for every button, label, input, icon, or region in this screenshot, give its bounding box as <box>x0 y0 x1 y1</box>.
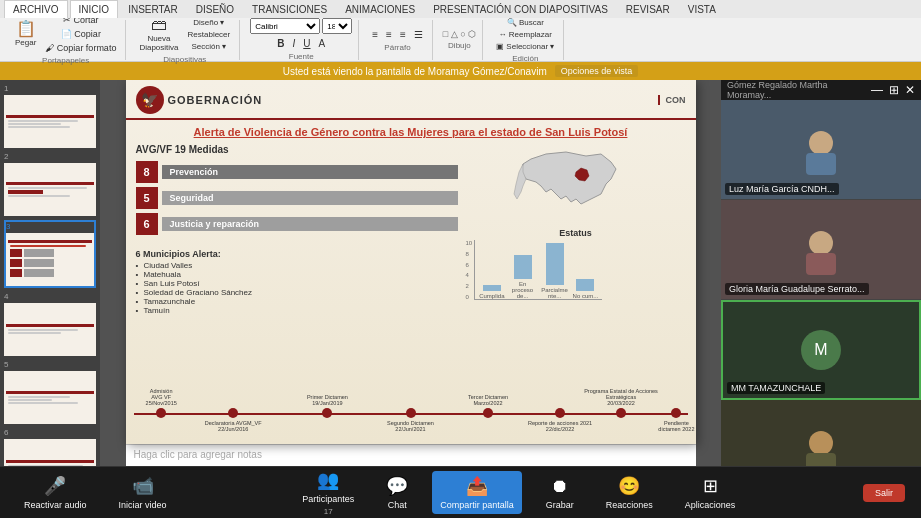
font-size-select[interactable]: 18 <box>322 18 352 34</box>
btn-record[interactable]: ⏺ Grabar <box>538 472 582 514</box>
record-icon: ⏺ <box>551 476 569 497</box>
record-label: Grabar <box>546 500 574 510</box>
btn-apps[interactable]: ⊞ Aplicaciones <box>677 471 744 514</box>
btn-participants[interactable]: 👥 Participantes 17 <box>294 465 362 518</box>
btn-font-color[interactable]: A <box>316 37 329 50</box>
tab-animaciones[interactable]: ANIMACIONES <box>337 0 423 18</box>
btn-copiar[interactable]: 📄 Copiar <box>42 28 119 40</box>
video-panel: Gómez Regalado Martha Moramay... — ⊞ ✕ L… <box>721 80 921 466</box>
panel-grid-btn[interactable]: ⊞ <box>889 83 899 97</box>
btn-seleccionar[interactable]: ▣ Seleccionar ▾ <box>493 41 557 52</box>
ribbon-group-edicion: 🔍 Buscar ↔ Reemplazar ▣ Seleccionar ▾ Ed… <box>487 20 564 60</box>
btn-diseno[interactable]: Diseño ▾ <box>185 17 234 28</box>
btn-reemplazar[interactable]: ↔ Reemplazar <box>493 29 557 40</box>
measure-num-2: 5 <box>136 187 158 209</box>
toolbar-right: Salir <box>863 484 905 502</box>
slide-title[interactable]: Alerta de Violencia de Género contra las… <box>126 120 696 140</box>
notification-text: Usted está viendo la pantalla de Moramay… <box>283 66 547 77</box>
btn-restablecer[interactable]: Restablecer <box>185 29 234 40</box>
measure-bar-3: 6 Justicia y reparación <box>136 213 458 235</box>
municipality-4: Soledad de Graciano Sánchez <box>136 288 458 297</box>
btn-share[interactable]: 📤 Compartir pantalla <box>432 471 522 514</box>
tab-revisar[interactable]: REVISAR <box>618 0 678 18</box>
participant-video-2: Gloria María Guadalupe Serrato... <box>721 200 921 300</box>
slide-notes[interactable]: Haga clic para agregar notas <box>126 444 696 466</box>
participant-video-3: M MM TAMAZUNCHALE <box>721 300 921 400</box>
btn-copiar-formato[interactable]: 🖌 Copiar formato <box>42 42 119 54</box>
slide-thumbnail-3[interactable]: 3 <box>4 220 96 288</box>
video-icon: 📹 <box>132 475 154 497</box>
bar-label-1: Cumplida <box>479 293 504 299</box>
svg-rect-3 <box>806 253 836 275</box>
btn-italic[interactable]: I <box>289 37 298 50</box>
svg-point-0 <box>809 131 833 155</box>
btn-nueva-diapositiva[interactable]: 🗃 NuevaDiapositiva <box>136 16 181 53</box>
measure-bar-2: 5 Seguridad <box>136 187 458 209</box>
apps-label: Aplicaciones <box>685 500 736 510</box>
bar-label-2: En proceso de... <box>509 281 537 299</box>
btn-bold[interactable]: B <box>274 37 287 50</box>
eagle-icon: 🦅 <box>136 86 164 114</box>
participant-name-2: Gloria María Guadalupe Serrato... <box>725 283 869 295</box>
btn-underline[interactable]: U <box>300 37 313 50</box>
btn-align-left[interactable]: ≡ <box>369 28 381 41</box>
ribbon-group-fuente: Calibri 18 B I U A Fuente <box>244 20 359 60</box>
btn-align-center[interactable]: ≡ <box>383 28 395 41</box>
notification-options-btn[interactable]: Opciones de vista <box>555 65 639 77</box>
gobernacion-text: GOBERNACIÓN <box>168 94 263 106</box>
tab-inicio[interactable]: INICIO <box>70 0 119 18</box>
svg-rect-5 <box>806 453 836 467</box>
end-label: Salir <box>875 488 893 498</box>
timeline-point-1: AdmisiónAVG VF25/Nov/2015 <box>156 408 166 418</box>
panel-close-btn[interactable]: ✕ <box>905 83 915 97</box>
participant-video-4: Raúl Ortega <box>721 400 921 466</box>
btn-reactions[interactable]: 😊 Reacciones <box>598 471 661 514</box>
bar-col-2: En proceso de... <box>509 255 537 299</box>
slide-main[interactable]: 🦅 GOBERNACIÓN CON Alerta de Violencia de… <box>126 80 696 444</box>
tab-presentacion[interactable]: PRESENTACIÓN CON DIAPOSITIVAS <box>425 0 616 18</box>
btn-mute[interactable]: 🎤 Reactivar audio <box>16 471 95 514</box>
btn-bullets[interactable]: ☰ <box>411 28 426 41</box>
tab-vista[interactable]: VISTA <box>680 0 724 18</box>
tab-transiciones[interactable]: TRANSICIONES <box>244 0 335 18</box>
participants-count: 17 <box>324 507 333 516</box>
bar-label-4: No cum... <box>573 293 599 299</box>
bar-3 <box>546 243 564 285</box>
reactions-label: Reacciones <box>606 500 653 510</box>
slide-area: 🦅 GOBERNACIÓN CON Alerta de Violencia de… <box>100 80 721 466</box>
y-axis: 10 8 6 4 2 0 <box>466 240 473 300</box>
measure-label-1: Prevención <box>162 165 458 179</box>
mute-icon: 🎤 <box>44 475 66 497</box>
bar-col-1: Cumplida <box>479 285 504 299</box>
tab-diseno[interactable]: DISEÑO <box>188 0 242 18</box>
font-family-select[interactable]: Calibri <box>250 18 320 34</box>
measure-num-1: 8 <box>136 161 158 183</box>
measures-title: AVG/VF 19 Medidas <box>136 144 458 155</box>
video-label: Iniciar video <box>119 500 167 510</box>
btn-video[interactable]: 📹 Iniciar video <box>111 471 175 514</box>
timeline-point-5: Tercer DictamenMarzo/2022 <box>483 408 493 418</box>
btn-end-meeting[interactable]: Salir <box>863 484 905 502</box>
tab-archivo[interactable]: ARCHIVO <box>4 0 68 18</box>
btn-buscar[interactable]: 🔍 Buscar <box>493 17 557 28</box>
bar-1 <box>483 285 501 291</box>
panel-minimize-btn[interactable]: — <box>871 83 883 97</box>
btn-seccion[interactable]: Sección ▾ <box>185 41 234 52</box>
municipality-1: Ciudad Valles <box>136 261 458 270</box>
slide-thumbnail-1[interactable]: 1 <box>4 84 96 148</box>
chat-label: Chat <box>388 500 407 510</box>
slide-thumbnail-5[interactable]: 5 <box>4 360 96 424</box>
tab-insertar[interactable]: INSERTAR <box>120 0 186 18</box>
slide-thumbnail-4[interactable]: 4 <box>4 292 96 356</box>
slide-right-content: Estatus 10 8 6 4 2 0 <box>466 144 686 410</box>
slide-thumbnail-2[interactable]: 2 <box>4 152 96 216</box>
btn-align-right[interactable]: ≡ <box>397 28 409 41</box>
chat-icon: 💬 <box>386 475 408 497</box>
btn-pegar[interactable]: 📋 Pegar <box>12 20 39 48</box>
participant-name-3: MM TAMAZUNCHALE <box>727 382 825 394</box>
ribbon-content: 📋 Pegar ✂ Cortar 📄 Copiar 🖌 Copiar forma… <box>4 18 917 62</box>
municipality-6: Tamuín <box>136 306 458 315</box>
municipality-3: San Luis Potosí <box>136 279 458 288</box>
btn-chat[interactable]: 💬 Chat <box>378 471 416 514</box>
slide-thumbnail-6[interactable]: 6 <box>4 428 96 466</box>
